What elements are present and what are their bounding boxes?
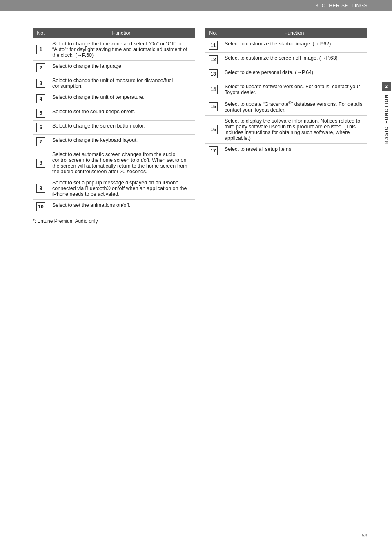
tables-container: No. Function 1Select to change the time …	[33, 28, 368, 224]
table-row: 7Select to change the keyboard layout.	[33, 135, 195, 149]
page-header-bar: 3. OTHER SETTINGS	[0, 0, 392, 11]
row-function-cell: Select to set a pop-up message displayed…	[49, 177, 195, 200]
number-box: 2	[36, 63, 45, 72]
row-number-cell: 11	[205, 38, 221, 53]
row-function-cell: Select to update “Gracenote®” database v…	[221, 98, 368, 116]
left-col-function: Function	[49, 28, 195, 38]
row-function-cell: Select to display the software informati…	[221, 116, 368, 144]
number-box: 17	[209, 146, 218, 155]
row-function-cell: Select to set the animations on/off.	[49, 200, 195, 214]
table-row: 11Select to customize the startup image.…	[205, 38, 368, 53]
row-function-cell: Select to change the keyboard layout.	[49, 135, 195, 149]
number-box: 9	[36, 184, 45, 193]
left-table: No. Function 1Select to change the time …	[33, 28, 195, 224]
row-function-cell: Select to customize the startup image. (…	[221, 38, 368, 53]
table-row: 4Select to change the unit of temperatur…	[33, 92, 195, 106]
row-function-cell: Select to change the unit of temperature…	[49, 92, 195, 106]
table-row: 16Select to display the software informa…	[205, 116, 368, 144]
number-box: 13	[209, 69, 218, 78]
number-box: 14	[209, 85, 218, 94]
row-number-cell: 13	[205, 67, 221, 81]
number-box: 16	[209, 125, 218, 134]
number-box: 7	[36, 137, 45, 146]
table-row: 8Select to set automatic screen changes …	[33, 149, 195, 177]
row-function-cell: Select to change the unit of measure for…	[49, 75, 195, 92]
number-box: 10	[36, 202, 45, 211]
table-row: 5Select to set the sound beeps on/off.	[33, 106, 195, 121]
table-row: 9Select to set a pop-up message displaye…	[33, 177, 195, 200]
number-box: 1	[36, 45, 45, 54]
table-row: 17Select to reset all setup items.	[205, 144, 368, 158]
number-box: 12	[209, 55, 218, 64]
right-col-no: No.	[205, 28, 221, 38]
table-row: 3Select to change the unit of measure fo…	[33, 75, 195, 92]
page-number: 59	[362, 533, 368, 539]
row-number-cell: 15	[205, 98, 221, 116]
side-label: 2 BASIC FUNCTION	[381, 82, 392, 144]
row-function-cell: Select to set automatic screen changes f…	[49, 149, 195, 177]
number-box: 4	[36, 94, 45, 103]
row-number-cell: 17	[205, 144, 221, 158]
table-row: 15Select to update “Gracenote®” database…	[205, 98, 368, 116]
row-function-cell: Select to delete personal data. (→P.64)	[221, 67, 368, 81]
row-number-cell: 14	[205, 81, 221, 98]
row-number-cell: 2	[33, 61, 49, 75]
row-function-cell: Select to customize the screen off image…	[221, 53, 368, 67]
row-number-cell: 16	[205, 116, 221, 144]
left-col-no: No.	[33, 28, 49, 38]
row-number-cell: 7	[33, 135, 49, 149]
row-function-cell: Select to update software versions. For …	[221, 81, 368, 98]
right-table: No. Function 11Select to customize the s…	[205, 28, 368, 224]
number-box: 11	[209, 41, 218, 50]
chapter-number: 2	[382, 82, 391, 91]
left-settings-table: No. Function 1Select to change the time …	[33, 28, 195, 214]
table-row: 12Select to customize the screen off ima…	[205, 53, 368, 67]
table-row: 10Select to set the animations on/off.	[33, 200, 195, 214]
number-box: 8	[36, 159, 45, 168]
table-row: 1Select to change the time zone and sele…	[33, 38, 195, 61]
row-number-cell: 3	[33, 75, 49, 92]
number-box: 5	[36, 109, 45, 118]
row-number-cell: 6	[33, 121, 49, 135]
row-function-cell: Select to reset all setup items.	[221, 144, 368, 158]
row-number-cell: 10	[33, 200, 49, 214]
header-title: 3. OTHER SETTINGS	[316, 3, 368, 9]
row-number-cell: 1	[33, 38, 49, 61]
row-number-cell: 8	[33, 149, 49, 177]
row-number-cell: 4	[33, 92, 49, 106]
table-row: 13Select to delete personal data. (→P.64…	[205, 67, 368, 81]
row-function-cell: Select to change the screen button color…	[49, 121, 195, 135]
row-function-cell: Select to set the sound beeps on/off.	[49, 106, 195, 121]
content-area: No. Function 1Select to change the time …	[0, 20, 392, 240]
row-number-cell: 12	[205, 53, 221, 67]
number-box: 15	[209, 102, 218, 111]
row-function-cell: Select to change the language.	[49, 61, 195, 75]
number-box: 6	[36, 123, 45, 132]
right-settings-table: No. Function 11Select to customize the s…	[205, 28, 368, 158]
number-box: 3	[36, 79, 45, 88]
row-function-cell: Select to change the time zone and selec…	[49, 38, 195, 61]
chapter-title: BASIC FUNCTION	[384, 94, 389, 144]
row-number-cell: 9	[33, 177, 49, 200]
table-row: 2Select to change the language.	[33, 61, 195, 75]
table-row: 14Select to update software versions. Fo…	[205, 81, 368, 98]
row-number-cell: 5	[33, 106, 49, 121]
right-col-function: Function	[221, 28, 368, 38]
footnote: *: Entune Premium Audio only	[33, 218, 195, 224]
table-row: 6Select to change the screen button colo…	[33, 121, 195, 135]
